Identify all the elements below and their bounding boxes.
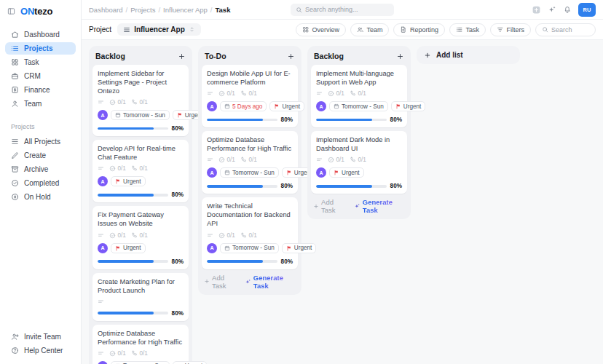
quick-add-icon[interactable] bbox=[532, 5, 541, 15]
progress-fill bbox=[316, 185, 372, 188]
board-search[interactable] bbox=[535, 23, 596, 36]
subtasks-count: 0/1 bbox=[109, 232, 126, 239]
user-avatar[interactable]: RU bbox=[578, 3, 596, 17]
subtasks-icon bbox=[109, 165, 116, 172]
progress-fill bbox=[207, 260, 263, 263]
add-task-button[interactable]: Add Task bbox=[313, 198, 347, 214]
due-date-chip[interactable]: Tomorrow - Sun bbox=[111, 110, 170, 120]
flag-icon bbox=[115, 178, 121, 184]
add-card-icon[interactable] bbox=[287, 52, 295, 60]
subtasks-count: 0/1 bbox=[109, 350, 126, 357]
priority-label: Urgent bbox=[342, 170, 360, 176]
sidebar-item-create[interactable]: Create bbox=[5, 149, 76, 162]
generate-task-button[interactable]: Generate Task bbox=[245, 274, 296, 290]
subtasks-count: 0/1 bbox=[328, 90, 344, 97]
sidebar-toggle-icon[interactable] bbox=[7, 7, 15, 15]
priority-chip[interactable]: Urgent bbox=[111, 176, 146, 186]
ai-sparkle-icon[interactable] bbox=[548, 5, 556, 14]
view-button-team[interactable]: Team bbox=[350, 23, 390, 36]
task-meta: 0/10/1 bbox=[98, 232, 184, 239]
task-title: Develop API for Real-time Chat Feature bbox=[98, 144, 184, 162]
priority-label: Urgent bbox=[282, 103, 300, 110]
assignee-avatar[interactable]: A bbox=[207, 101, 217, 111]
add-card-icon[interactable] bbox=[178, 52, 186, 60]
due-date-chip[interactable]: Tomorrow - Sun bbox=[220, 167, 279, 178]
sidebar-item-projects[interactable]: Projects bbox=[5, 42, 76, 55]
priority-chip[interactable]: Urgent bbox=[111, 243, 146, 253]
view-button-overview[interactable]: Overview bbox=[296, 23, 346, 36]
sidebar-item-label: Team bbox=[24, 100, 42, 108]
calls-count: 0/1 bbox=[350, 90, 366, 97]
assignee-avatar[interactable]: A bbox=[316, 101, 326, 111]
assignee-avatar[interactable]: A bbox=[98, 243, 108, 253]
sidebar-item-team[interactable]: Team bbox=[5, 98, 76, 110]
sidebar-item-completed[interactable]: Completed bbox=[5, 177, 76, 189]
assignee-avatar[interactable]: A bbox=[316, 167, 326, 178]
priority-chip[interactable]: Urgent bbox=[173, 361, 208, 364]
view-button-reporting[interactable]: Reporting bbox=[393, 23, 445, 36]
add-task-label: Add Task bbox=[212, 274, 237, 290]
global-search[interactable] bbox=[291, 4, 394, 16]
notifications-icon[interactable] bbox=[563, 5, 572, 14]
sidebar-item-task[interactable]: Task bbox=[5, 56, 76, 68]
board-column-backlog-2: BacklogImplement Multi-language Support … bbox=[307, 46, 411, 219]
add-card-icon[interactable] bbox=[396, 52, 404, 60]
task-card[interactable]: Optimize Database Performance for High T… bbox=[92, 325, 189, 364]
priority-chip[interactable]: Urgent bbox=[282, 243, 317, 253]
project-selector[interactable]: Influencer App bbox=[117, 23, 201, 36]
archive-icon bbox=[11, 165, 19, 173]
add-list-button[interactable]: Add list bbox=[417, 46, 520, 64]
board-column-backlog-0: BacklogImplement Sidebar for Settings Pa… bbox=[89, 46, 192, 364]
sidebar-item-dashboard[interactable]: Dashboard bbox=[5, 28, 76, 41]
users-icon bbox=[357, 26, 364, 33]
task-card[interactable]: Implement Dark Mode in Dashboard UI0/10/… bbox=[311, 131, 407, 194]
task-card[interactable]: Design Mobile App UI for E-commerce Plat… bbox=[202, 65, 298, 127]
task-card[interactable]: Optimize Database Performance for High T… bbox=[202, 131, 298, 194]
sidebar-item-help-center[interactable]: Help Center bbox=[5, 344, 76, 357]
assignee-avatar[interactable]: A bbox=[207, 167, 217, 178]
priority-chip[interactable]: Urgent bbox=[269, 101, 304, 111]
board-search-input[interactable] bbox=[551, 26, 589, 33]
task-card[interactable]: Create Marketing Plan for Product Launch… bbox=[92, 273, 189, 321]
phone-icon bbox=[131, 350, 138, 357]
task-card[interactable]: Implement Sidebar for Settings Page - Pr… bbox=[92, 65, 189, 136]
due-date-chip[interactable]: Tomorrow - Sun bbox=[329, 101, 388, 111]
due-date-chip[interactable]: 5 Days ago bbox=[220, 101, 267, 111]
assignee-avatar[interactable]: A bbox=[207, 243, 217, 253]
breadcrumb-item-influencer-app[interactable]: Influencer App bbox=[163, 6, 208, 14]
add-task-button[interactable]: Add Task bbox=[204, 274, 237, 290]
assignee-avatar[interactable]: A bbox=[98, 176, 108, 186]
view-button-filters[interactable]: Filters bbox=[490, 23, 531, 36]
list-check-icon bbox=[456, 26, 463, 33]
view-button-task[interactable]: Task bbox=[449, 23, 486, 36]
priority-chip[interactable]: Urgent bbox=[329, 167, 364, 178]
sidebar-item-invite-team[interactable]: Invite Team bbox=[5, 331, 76, 343]
breadcrumb-item-projects[interactable]: Projects bbox=[130, 6, 155, 14]
task-card[interactable]: Develop API for Real-time Chat Feature0/… bbox=[92, 140, 189, 202]
generate-task-button[interactable]: Generate Task bbox=[354, 198, 405, 214]
due-date-chip[interactable]: Tomorrow - Sun bbox=[111, 361, 170, 364]
sidebar-item-on-hold[interactable]: On Hold bbox=[5, 191, 76, 203]
task-meta: 0/10/1 bbox=[98, 165, 184, 172]
sidebar-item-all-projects[interactable]: All Projects bbox=[5, 135, 76, 148]
sidebar-item-finance[interactable]: Finance bbox=[5, 84, 76, 96]
assignee-avatar[interactable]: A bbox=[98, 110, 108, 120]
breadcrumb-item-dashboard[interactable]: Dashboard bbox=[89, 6, 122, 14]
task-meta: 0/10/1 bbox=[98, 99, 184, 106]
phone-icon bbox=[350, 157, 356, 163]
task-card[interactable]: Fix Payment Gateway Issues on Website0/1… bbox=[92, 206, 189, 269]
due-date-chip[interactable]: Tomorrow - Sun bbox=[220, 243, 279, 253]
sidebar-item-archive[interactable]: Archive bbox=[5, 163, 76, 175]
task-card[interactable]: Implement Multi-language Support in Web … bbox=[311, 65, 407, 127]
task-progress: 80% bbox=[207, 258, 293, 265]
global-search-input[interactable] bbox=[305, 6, 389, 13]
priority-chip[interactable]: Urgent bbox=[391, 101, 426, 111]
task-card[interactable]: Write Technical Documentation for Backen… bbox=[202, 197, 298, 269]
calls-count: 0/1 bbox=[131, 350, 148, 357]
user-icon bbox=[11, 100, 19, 108]
assignee-avatar[interactable]: A bbox=[98, 361, 108, 364]
sidebar-item-crm[interactable]: CRM bbox=[5, 70, 76, 82]
task-progress: 80% bbox=[98, 258, 184, 265]
column-header: Backlog bbox=[92, 50, 189, 65]
topbar-actions: RU bbox=[532, 3, 603, 17]
